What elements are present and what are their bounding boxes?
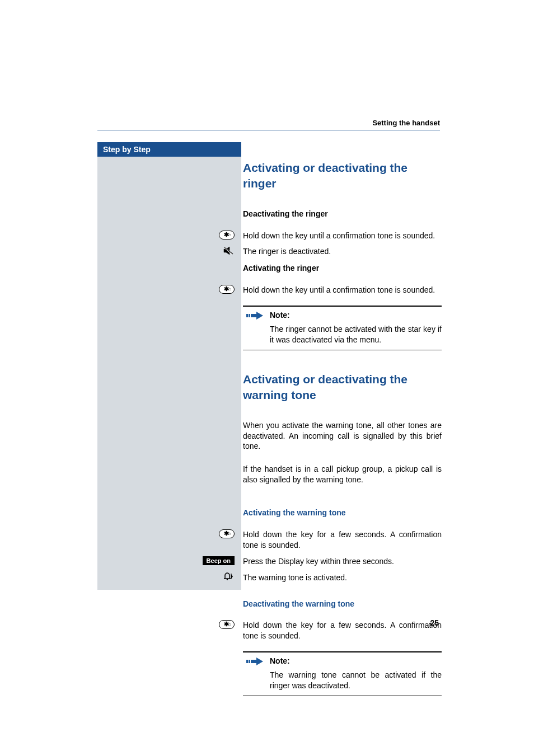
main-content: Activating or deactivating the ringer De… [243, 142, 442, 710]
svg-text:⌂: ⌂ [228, 531, 231, 536]
star-key-icon-4: ✱ ⌂ [219, 620, 235, 629]
svg-text:⌂: ⌂ [228, 287, 231, 292]
note-text-1: The ringer cannot be activated with the … [270, 324, 442, 345]
svg-rect-17 [251, 660, 256, 663]
svg-point-12 [227, 579, 228, 580]
hold-few-text-1: Hold down the key for a few seconds. A c… [243, 529, 442, 551]
deactivating-warning-label: Deactivating the warning tone [243, 599, 442, 609]
svg-text:⌂: ⌂ [228, 232, 231, 237]
svg-rect-8 [251, 314, 256, 317]
page-number: 25 [430, 618, 439, 627]
note-arrow-icon [246, 313, 264, 322]
hold-few-text-2: Hold down the key for a few seconds. A c… [243, 620, 442, 641]
warning-intro-2: If the handset is in a call pickup group… [243, 464, 442, 485]
note-arrow-icon-2 [246, 659, 264, 668]
activating-ringer-label: Activating the ringer [243, 263, 442, 274]
svg-marker-18 [256, 658, 263, 665]
header-rule [97, 130, 440, 130]
warning-tone-icon [223, 572, 235, 580]
note-box-1: Note: The ringer cannot be activated wit… [243, 306, 442, 350]
deactivating-ringer-label: Deactivating the ringer [243, 209, 442, 219]
note-text-2: The warning tone cannot be activated if … [270, 670, 442, 691]
svg-marker-9 [256, 312, 263, 320]
display-key-text: Press the Display key within three secon… [243, 556, 442, 567]
running-header: Setting the handset [372, 119, 440, 127]
warning-tone-heading: Activating or deactivating the warning t… [243, 372, 442, 403]
hold-key-text-1: Hold down the key until a confirmation t… [243, 231, 442, 241]
activating-warning-label: Activating the warning tone [243, 508, 442, 518]
warning-intro-1: When you activate the warning tone, all … [243, 420, 442, 452]
note-box-2: Note: The warning tone cannot be activat… [243, 651, 442, 696]
note-label-2: Note: [270, 656, 442, 666]
star-key-icon-2: ✱ ⌂ [219, 285, 235, 294]
svg-text:⌂: ⌂ [228, 622, 231, 627]
star-key-icon: ✱ ⌂ [219, 231, 235, 240]
ringer-heading: Activating or deactivating the ringer [243, 160, 442, 192]
svg-rect-7 [249, 314, 250, 317]
beep-on-key: Beep on [203, 556, 235, 565]
svg-rect-15 [246, 660, 248, 663]
ringer-deactivated-text: The ringer is deactivated. [243, 246, 442, 257]
hold-key-text-2: Hold down the key until a confirmation t… [243, 285, 442, 295]
warning-activated-text: The warning tone is activated. [243, 572, 442, 583]
svg-rect-16 [249, 660, 250, 663]
note-label-1: Note: [270, 310, 442, 321]
star-key-icon-3: ✱ ⌂ [219, 529, 235, 538]
ringer-off-icon [223, 246, 235, 257]
svg-rect-6 [246, 314, 248, 317]
